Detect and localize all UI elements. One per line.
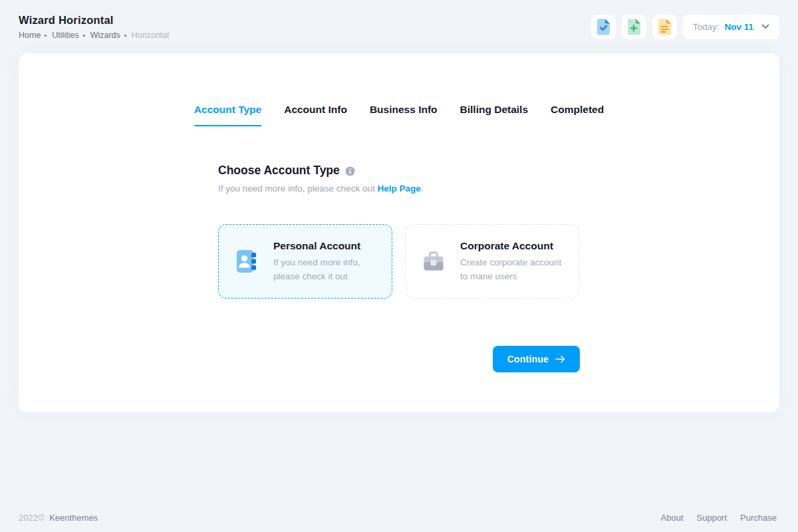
breadcrumb-separator (124, 35, 126, 37)
file-plus-icon (627, 19, 641, 35)
option-personal-account[interactable]: Personal Account If you need more info, … (218, 224, 392, 299)
page: Wizard Horizontal Home Utilities Wizards… (0, 0, 798, 412)
brand-link[interactable]: Keenthemes (49, 513, 98, 523)
header-left: Wizard Horizontal Home Utilities Wizards… (19, 14, 169, 40)
date-picker-button[interactable]: Today: Nov 11 (683, 15, 779, 39)
tab-account-info[interactable]: Account Info (284, 104, 347, 126)
step-heading-row: Choose Account Type (218, 164, 580, 178)
date-label: Today: (693, 22, 720, 32)
file-lines-button[interactable] (652, 15, 677, 39)
footer-copyright: 2022© Keenthemes (19, 513, 98, 523)
date-value: Nov 11 (724, 22, 753, 32)
breadcrumb-item-home[interactable]: Home (19, 31, 41, 40)
header: Wizard Horizontal Home Utilities Wizards… (0, 0, 798, 53)
breadcrumb-separator (83, 35, 85, 37)
step-subtitle: If you need more info, please check out … (218, 184, 580, 194)
footer-link-purchase[interactable]: Purchase (740, 513, 777, 523)
option-description: If you need more info, please check it o… (273, 255, 377, 283)
account-type-options: Personal Account If you need more info, … (218, 224, 580, 299)
wizard-card: Account Type Account Info Business Info … (19, 53, 779, 412)
option-text: Personal Account If you need more info, … (273, 240, 377, 283)
footer-link-support[interactable]: Support (697, 513, 728, 523)
tab-completed[interactable]: Completed (551, 104, 604, 126)
file-check-icon (597, 19, 610, 35)
footer-links: About Support Purchase (661, 513, 777, 523)
copyright-year: 2022© (19, 513, 45, 523)
tab-account-type[interactable]: Account Type (194, 104, 261, 126)
option-text: Corporate Account Create corporate accou… (460, 240, 564, 283)
footer: 2022© Keenthemes About Support Purchase (19, 513, 777, 523)
step-heading: Choose Account Type (218, 164, 340, 178)
step-content: Choose Account Type If you need more inf… (218, 164, 580, 372)
file-lines-icon (658, 19, 672, 35)
breadcrumb-item-wizards[interactable]: Wizards (90, 31, 120, 40)
option-description: Create corporate account to mane users (460, 255, 564, 283)
option-title: Corporate Account (460, 240, 564, 252)
subtitle-period: . (421, 184, 424, 194)
arrow-right-icon (555, 355, 565, 363)
subtitle-text: If you need more info, please check out (218, 184, 375, 194)
footer-link-about[interactable]: About (661, 513, 684, 523)
wizard-tabs: Account Type Account Info Business Info … (19, 53, 779, 126)
option-corporate-account[interactable]: Corporate Account Create corporate accou… (405, 224, 579, 299)
header-toolbar: Today: Nov 11 (591, 15, 779, 39)
help-page-link[interactable]: Help Page (377, 184, 420, 194)
breadcrumb-separator (45, 35, 47, 37)
wizard-actions: Continue (218, 346, 580, 372)
chevron-down-icon (761, 24, 769, 29)
page-title: Wizard Horizontal (19, 14, 169, 27)
tab-business-info[interactable]: Business Info (370, 104, 438, 126)
breadcrumb-current: Horizontal (132, 31, 169, 40)
continue-button[interactable]: Continue (493, 346, 580, 372)
continue-label: Continue (507, 354, 549, 364)
address-book-icon (233, 248, 260, 275)
file-plus-button[interactable] (622, 15, 646, 39)
info-icon[interactable] (345, 166, 355, 176)
tab-billing-details[interactable]: Billing Details (460, 104, 529, 126)
breadcrumb: Home Utilities Wizards Horizontal (19, 31, 169, 40)
option-title: Personal Account (273, 240, 377, 252)
file-check-button[interactable] (591, 15, 616, 39)
breadcrumb-item-utilities[interactable]: Utilities (52, 31, 78, 40)
briefcase-icon (420, 248, 447, 275)
